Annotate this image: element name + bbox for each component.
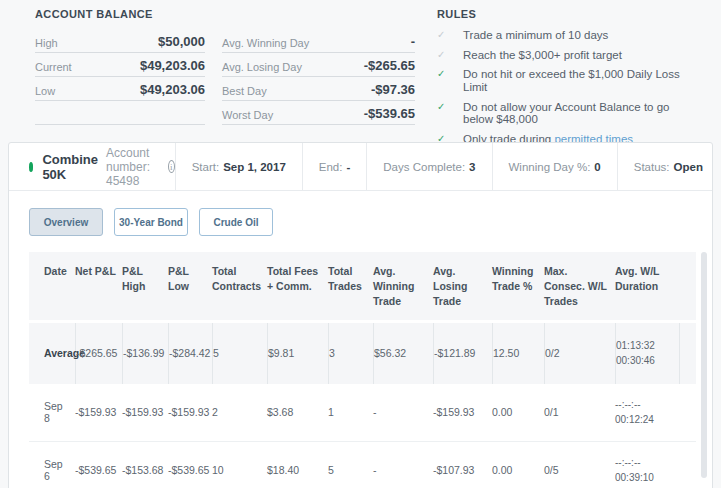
stat-value: -$539.65 bbox=[364, 106, 415, 121]
stat-label: Worst Day bbox=[222, 109, 273, 121]
table-cell: 0.00 bbox=[492, 384, 544, 442]
day-stats-rows: Avg. Winning Day-Avg. Losing Day-$265.65… bbox=[222, 29, 415, 125]
table-cell: -$121.89 bbox=[433, 323, 492, 384]
table-cell: $56.32 bbox=[373, 323, 433, 384]
tab-30-year-bond[interactable]: 30-Year Bond bbox=[114, 208, 188, 236]
table-cell: $3.68 bbox=[267, 384, 328, 442]
column-header: Max. Consec. W/L Trades bbox=[544, 252, 615, 323]
stat-label: High bbox=[35, 37, 58, 49]
rule-text: Do not hit or exceed the $1,000 Daily Lo… bbox=[463, 68, 701, 93]
column-header: P&L High bbox=[122, 252, 168, 323]
table-scrollbar[interactable] bbox=[701, 252, 707, 478]
table-row: Sep 8-$159.93-$159.93-$159.932$3.681--$1… bbox=[29, 384, 696, 442]
rule-item: ✓Reach the $3,000+ profit target bbox=[437, 49, 701, 62]
rules-panel: RULES ✓Trade a minimum of 10 days✓Reach … bbox=[437, 8, 701, 152]
column-header: Avg. Losing Trade bbox=[433, 252, 492, 323]
row-label-cell: Sep 8 bbox=[29, 384, 75, 442]
table-cell: -$539.65 bbox=[168, 442, 212, 488]
column-header: Date bbox=[29, 252, 75, 323]
stat-row: Avg. Losing Day-$265.65 bbox=[222, 53, 415, 77]
account-meta-list: Start:Sep 1, 2017End:-Days Complete:3Win… bbox=[175, 143, 719, 190]
tab-crude-oil[interactable]: Crude Oil bbox=[199, 208, 273, 236]
meta-label: End: bbox=[319, 161, 343, 173]
row-label-cell: Average bbox=[29, 323, 75, 384]
stat-label: Low bbox=[35, 85, 55, 97]
column-header: Winning Trade % bbox=[492, 252, 544, 323]
stat-label: Avg. Winning Day bbox=[222, 37, 309, 49]
account-identity: Combine 50K Account number: 45498 i bbox=[9, 143, 175, 190]
stat-value: -$97.36 bbox=[371, 82, 415, 97]
stat-label: Current bbox=[35, 61, 72, 73]
rules-list: ✓Trade a minimum of 10 days✓Reach the $3… bbox=[437, 29, 701, 145]
table-cell: -$159.93 bbox=[433, 384, 492, 442]
stat-value: $49,203.06 bbox=[140, 82, 205, 97]
table-cell: $18.40 bbox=[267, 442, 328, 488]
table-cell: 5 bbox=[328, 442, 373, 488]
stat-value: - bbox=[411, 34, 415, 49]
table-cell-spacer bbox=[679, 384, 696, 442]
table-cell: 0/1 bbox=[544, 384, 615, 442]
table-cell: 0/2 bbox=[544, 323, 615, 384]
meta-label: Winning Day %: bbox=[509, 161, 591, 173]
table-cell: -$159.93 bbox=[168, 384, 212, 442]
account-name: Combine 50K bbox=[42, 152, 98, 182]
table-cell: 5 bbox=[212, 323, 267, 384]
account-balance-title: ACCOUNT BALANCE bbox=[35, 8, 205, 22]
column-header: Total Fees + Comm. bbox=[267, 252, 328, 323]
table-cell: 3 bbox=[328, 323, 373, 384]
stats-table: DateNet P&LP&L HighP&L LowTotal Contract… bbox=[29, 252, 696, 488]
rule-text: Reach the $3,000+ profit target bbox=[463, 49, 622, 62]
meta-value: - bbox=[346, 161, 350, 173]
info-icon[interactable]: i bbox=[168, 160, 175, 173]
table-cell: $9.81 bbox=[267, 323, 328, 384]
meta-value: Open bbox=[674, 161, 703, 173]
rule-item: ✓Do not hit or exceed the $1,000 Daily L… bbox=[437, 68, 701, 93]
account-meta-item: End:- bbox=[302, 143, 367, 190]
table-cell-spacer bbox=[679, 442, 696, 488]
meta-value: 0 bbox=[594, 161, 600, 173]
row-label-cell: Sep 6 bbox=[29, 442, 75, 488]
check-pass-icon: ✓ bbox=[437, 68, 450, 79]
table-cell: --:--:-- 00:39:10 bbox=[615, 442, 679, 488]
account-card: Combine 50K Account number: 45498 i Star… bbox=[8, 142, 713, 488]
day-stats-panel: Avg. Winning Day-Avg. Losing Day-$265.65… bbox=[222, 8, 415, 152]
column-header: Avg. Winning Trade bbox=[373, 252, 433, 323]
table-cell: 2 bbox=[212, 384, 267, 442]
column-header: P&L Low bbox=[168, 252, 212, 323]
stat-row: Worst Day-$539.65 bbox=[222, 101, 415, 125]
account-meta-item: Status:Open bbox=[617, 143, 719, 190]
table-cell: 0/5 bbox=[544, 442, 615, 488]
column-header: Net P&L bbox=[75, 252, 122, 323]
column-header: Avg. W/L Duration bbox=[615, 252, 679, 323]
table-cell-spacer bbox=[679, 323, 696, 384]
table-cell: 10 bbox=[212, 442, 267, 488]
account-meta-item: Winning Day %:0 bbox=[492, 143, 617, 190]
account-balance-rows: High$50,000Current$49,203.06Low$49,203.0… bbox=[35, 29, 205, 125]
table-cell: - bbox=[373, 442, 433, 488]
rule-item: ✓Trade a minimum of 10 days bbox=[437, 29, 701, 42]
table-cell: 1 bbox=[328, 384, 373, 442]
table-cell: -$159.93 bbox=[122, 384, 168, 442]
stat-row: Avg. Winning Day- bbox=[222, 29, 415, 53]
table-cell: -$159.93 bbox=[75, 384, 122, 442]
check-pending-icon: ✓ bbox=[437, 49, 450, 60]
top-stats-section: ACCOUNT BALANCE High$50,000Current$49,20… bbox=[0, 0, 721, 152]
meta-label: Start: bbox=[192, 161, 219, 173]
table-cell: 0.00 bbox=[492, 442, 544, 488]
check-pending-icon: ✓ bbox=[437, 29, 450, 40]
account-number-label: Account number: bbox=[106, 146, 150, 174]
account-number-value: 45498 bbox=[106, 174, 139, 188]
check-pass-icon: ✓ bbox=[437, 101, 450, 112]
column-header: Total Trades bbox=[328, 252, 373, 323]
rules-title: RULES bbox=[437, 8, 701, 22]
meta-value: 3 bbox=[469, 161, 475, 173]
meta-value: Sep 1, 2017 bbox=[223, 161, 286, 173]
table-cell: -$107.93 bbox=[433, 442, 492, 488]
tab-overview[interactable]: Overview bbox=[29, 208, 103, 236]
stat-row: Best Day-$97.36 bbox=[222, 77, 415, 101]
rule-item: ✓Do not allow your Account Balance to go… bbox=[437, 101, 701, 126]
table-row: Average-$265.65-$136.99-$284.425$9.813$5… bbox=[29, 323, 696, 384]
table-row: Sep 6-$539.65-$153.68-$539.6510$18.405--… bbox=[29, 442, 696, 488]
meta-label: Days Complete: bbox=[383, 161, 465, 173]
stat-row: Low$49,203.06 bbox=[35, 77, 205, 101]
